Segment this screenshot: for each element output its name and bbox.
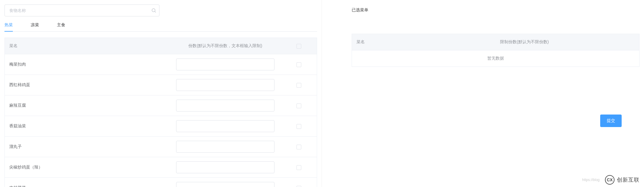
header-dish-name: 菜名 bbox=[5, 38, 170, 54]
dish-name-cell: 溜丸子 bbox=[5, 137, 170, 157]
row-checkbox[interactable] bbox=[297, 83, 301, 88]
quantity-cell bbox=[170, 178, 281, 187]
checkbox-cell bbox=[281, 178, 317, 187]
tab-hot-dishes[interactable]: 热菜 bbox=[4, 22, 13, 31]
quantity-input[interactable] bbox=[176, 58, 274, 70]
dish-name-cell: 尖椒炒鸡蛋（辣） bbox=[5, 157, 170, 178]
dish-name-cell: 香菇油菜 bbox=[5, 116, 170, 137]
selected-table: 菜名 限制份数(默认为不限份数) 暂无数据 bbox=[352, 34, 640, 67]
tab-cold-dishes[interactable]: 凉菜 bbox=[31, 22, 39, 31]
quantity-input[interactable] bbox=[176, 161, 274, 173]
checkbox-cell bbox=[281, 137, 317, 157]
submit-wrap: 提交 bbox=[352, 115, 640, 127]
empty-data-text: 暂无数据 bbox=[352, 50, 640, 67]
quantity-cell bbox=[170, 116, 281, 137]
quantity-cell bbox=[170, 75, 281, 95]
table-row: 香菇油菜 bbox=[5, 116, 317, 137]
search-wrapper bbox=[4, 4, 159, 16]
header-select bbox=[281, 38, 317, 54]
quantity-input[interactable] bbox=[176, 79, 274, 91]
dish-name-cell: 麻辣豆腐 bbox=[5, 95, 170, 116]
watermark: https://blog CX 创新互联 bbox=[582, 175, 640, 185]
checkbox-cell bbox=[281, 157, 317, 178]
app-container: 热菜 凉菜 主食 菜名 份数(默认为不限份数，文本框输入限制) 梅菜扣肉西红柿鸡… bbox=[0, 0, 644, 187]
svg-point-0 bbox=[152, 9, 155, 12]
svg-line-1 bbox=[155, 11, 156, 13]
quantity-cell bbox=[170, 137, 281, 157]
row-checkbox[interactable] bbox=[297, 186, 301, 187]
table-row: 麻辣豆腐 bbox=[5, 95, 317, 116]
right-panel: 已选菜单 菜名 限制份数(默认为不限份数) 暂无数据 提交 bbox=[322, 0, 644, 187]
checkbox-cell bbox=[281, 116, 317, 137]
quantity-input[interactable] bbox=[176, 182, 274, 187]
tabs: 热菜 凉菜 主食 bbox=[4, 22, 317, 32]
dish-name-cell: 梅菜扣肉 bbox=[5, 54, 170, 75]
checkbox-cell bbox=[281, 95, 317, 116]
left-panel: 热菜 凉菜 主食 菜名 份数(默认为不限份数，文本框输入限制) 梅菜扣肉西红柿鸡… bbox=[0, 0, 322, 187]
tab-staple-food[interactable]: 主食 bbox=[57, 22, 65, 31]
quantity-cell bbox=[170, 157, 281, 178]
checkbox-cell bbox=[281, 75, 317, 95]
row-checkbox[interactable] bbox=[297, 103, 301, 108]
watermark-brand: 创新互联 bbox=[617, 176, 640, 183]
quantity-input[interactable] bbox=[176, 141, 274, 153]
table-row: 溜丸子 bbox=[5, 137, 317, 157]
header-quantity: 份数(默认为不限份数，文本框输入限制) bbox=[170, 38, 281, 54]
dish-name-cell: 西红柿鸡蛋 bbox=[5, 75, 170, 95]
row-checkbox[interactable] bbox=[297, 124, 301, 129]
watermark-logo: CX bbox=[605, 175, 614, 185]
submit-button[interactable]: 提交 bbox=[600, 115, 622, 127]
selected-menu-title: 已选菜单 bbox=[352, 7, 640, 13]
selected-table-wrap: 菜名 限制份数(默认为不限份数) 暂无数据 bbox=[352, 34, 640, 67]
table-row: 尖椒炒鸡蛋（辣） bbox=[5, 157, 317, 178]
dishes-table: 菜名 份数(默认为不限份数，文本框输入限制) 梅菜扣肉西红柿鸡蛋麻辣豆腐香菇油菜… bbox=[4, 38, 317, 187]
row-checkbox[interactable] bbox=[297, 145, 301, 149]
search-input[interactable] bbox=[4, 4, 159, 16]
quantity-cell bbox=[170, 95, 281, 116]
table-row: 肉炒芹菜 bbox=[5, 178, 317, 187]
table-row: 梅菜扣肉 bbox=[5, 54, 317, 75]
dish-name-cell: 肉炒芹菜 bbox=[5, 178, 170, 187]
select-all-checkbox[interactable] bbox=[297, 44, 301, 49]
search-icon bbox=[151, 8, 156, 13]
quantity-input[interactable] bbox=[176, 100, 274, 112]
selected-header-limit: 限制份数(默认为不限份数) bbox=[496, 34, 640, 50]
row-checkbox[interactable] bbox=[297, 62, 301, 67]
row-checkbox[interactable] bbox=[297, 165, 301, 170]
watermark-url: https://blog bbox=[582, 178, 600, 182]
selected-header-name: 菜名 bbox=[352, 34, 496, 50]
table-row: 西红柿鸡蛋 bbox=[5, 75, 317, 95]
checkbox-cell bbox=[281, 54, 317, 75]
quantity-input[interactable] bbox=[176, 120, 274, 132]
quantity-cell bbox=[170, 54, 281, 75]
